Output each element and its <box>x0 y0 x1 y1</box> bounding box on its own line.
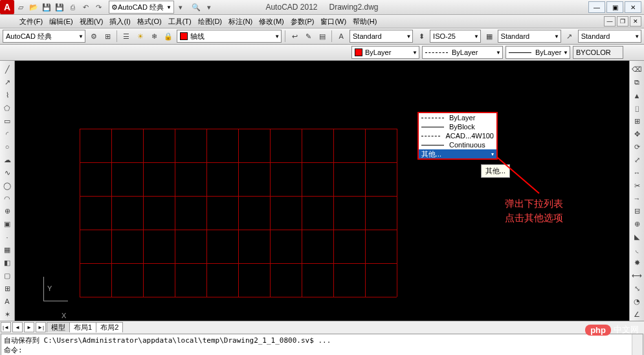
layer-match-icon[interactable]: ✎ <box>302 30 315 43</box>
layer-states-icon[interactable]: ☀ <box>134 30 147 43</box>
workspace-save-icon[interactable]: ⊞ <box>102 30 115 43</box>
erase-icon[interactable]: ⌫ <box>631 64 643 76</box>
minimize-button[interactable]: — <box>588 1 605 13</box>
menu-edit[interactable]: 编辑(E) <box>49 17 73 27</box>
lineweight-combo[interactable]: ByLayer▼ <box>505 46 570 59</box>
undo-icon[interactable]: ↶ <box>80 2 91 12</box>
command-scrollbar[interactable] <box>632 334 643 355</box>
open-icon[interactable]: 📂 <box>28 2 39 12</box>
move-icon[interactable]: ✥ <box>631 129 643 140</box>
trim-icon[interactable]: ✂ <box>631 180 643 191</box>
tab-nav-prev[interactable]: ◄ <box>12 322 23 332</box>
linetype-option-byblock[interactable]: ByBlock <box>419 122 496 131</box>
linetype-option-bylayer[interactable]: ByLayer <box>419 113 496 122</box>
print-icon[interactable]: ⎙ <box>67 2 78 12</box>
app-menu-button[interactable]: A <box>0 0 14 14</box>
workspace-quick-combo[interactable]: ⚙AutoCAD 经典▼ <box>109 1 174 14</box>
linetype-combo[interactable]: ByLayer▼ <box>422 46 503 59</box>
menu-draw[interactable]: 绘图(D) <box>198 17 222 27</box>
new-icon[interactable]: ▱ <box>16 2 26 12</box>
tab-layout1[interactable]: 布局1 <box>69 322 96 332</box>
color-combo[interactable]: ByLayer▼ <box>351 46 419 59</box>
menu-view[interactable]: 视图(V) <box>80 17 104 27</box>
join-icon[interactable]: ⊕ <box>631 219 643 230</box>
mleaderstyle-combo[interactable]: Standard▼ <box>578 30 641 43</box>
command-line[interactable]: 自动保存到 C:\Users\Administrator\appdata\loc… <box>1 334 643 355</box>
chamfer-icon[interactable]: ◣ <box>631 231 643 243</box>
gradient-icon[interactable]: ◧ <box>1 257 13 269</box>
block-icon[interactable]: ▣ <box>1 219 13 230</box>
tab-model[interactable]: 模型 <box>47 322 70 332</box>
dim-aligned-icon[interactable]: ⤡ <box>631 283 643 294</box>
menu-format[interactable]: 格式(O) <box>137 17 162 27</box>
region-icon[interactable]: ▢ <box>1 270 13 282</box>
menu-tools[interactable]: 工具(T) <box>168 17 192 27</box>
tablestyle-icon[interactable]: ▦ <box>483 30 496 43</box>
extend-icon[interactable]: → <box>631 193 643 204</box>
polygon-icon[interactable]: ⬠ <box>1 103 13 114</box>
menu-modify[interactable]: 修改(M) <box>259 17 284 27</box>
break-icon[interactable]: ⊟ <box>631 206 643 217</box>
qat-dropdown-icon[interactable]: ▾ <box>204 2 214 12</box>
saveas-icon[interactable]: 💾 <box>54 2 65 12</box>
layer-iso-icon[interactable]: ▤ <box>316 30 329 43</box>
fillet-icon[interactable]: ◟ <box>631 244 643 256</box>
insert-icon[interactable]: ⊕ <box>1 206 13 217</box>
workspace-settings-icon[interactable]: ⚙ <box>87 30 100 43</box>
linetype-option-acad[interactable]: ACAD...4W100 <box>419 131 496 140</box>
ellipse-icon[interactable]: ◯ <box>1 180 13 191</box>
circle-icon[interactable]: ○ <box>1 141 13 153</box>
revcloud-icon[interactable]: ☁ <box>1 154 13 166</box>
layer-combo[interactable]: 轴线▼ <box>177 30 282 43</box>
layer-freeze-icon[interactable]: ❄ <box>148 30 161 43</box>
menu-parametric[interactable]: 参数(P) <box>291 17 315 27</box>
hatch-icon[interactable]: ▦ <box>1 244 13 256</box>
maximize-button[interactable]: ▣ <box>606 1 623 13</box>
stretch-icon[interactable]: ↔ <box>631 167 643 178</box>
qat-more-icon[interactable]: ▾ <box>175 2 186 12</box>
linetype-option-other[interactable]: 其他...▾ <box>419 149 496 158</box>
textstyle-icon[interactable]: A <box>335 30 348 43</box>
redo-icon[interactable]: ↷ <box>93 2 104 12</box>
rectangle-icon[interactable]: ▭ <box>1 116 13 127</box>
menu-window[interactable]: 窗口(W) <box>320 17 346 27</box>
dim-angular-icon[interactable]: ∠ <box>631 308 643 320</box>
close-button[interactable]: ✕ <box>625 1 641 13</box>
mdi-minimize-button[interactable]: — <box>604 16 616 27</box>
ellipsearc-icon[interactable]: ◠ <box>1 193 13 204</box>
dim-linear-icon[interactable]: ⟷ <box>631 270 643 282</box>
mtext-icon[interactable]: A <box>1 296 13 307</box>
tab-nav-next[interactable]: ► <box>24 322 34 332</box>
polyline-icon[interactable]: ⌇ <box>1 90 13 102</box>
arc-icon[interactable]: ◜ <box>1 129 13 140</box>
mirror-icon[interactable]: ▲ <box>631 90 643 102</box>
layer-props-icon[interactable]: ☰ <box>120 30 133 43</box>
tab-nav-first[interactable]: |◄ <box>1 322 11 332</box>
menu-dimension[interactable]: 标注(N) <box>228 17 252 27</box>
mleaderstyle-icon[interactable]: ↗ <box>563 30 576 43</box>
mdi-close-button[interactable]: ✕ <box>630 16 641 27</box>
dimstyle-icon[interactable]: ⬍ <box>415 30 428 43</box>
menu-file[interactable]: 文件(F) <box>19 17 43 27</box>
tab-layout2[interactable]: 布局2 <box>96 322 123 332</box>
linetype-option-continuous[interactable]: Continuous <box>419 140 496 149</box>
dimstyle-combo[interactable]: ISO-25▼ <box>430 30 481 43</box>
dim-radius-icon[interactable]: ◔ <box>631 296 643 307</box>
textstyle-combo[interactable]: Standard▼ <box>350 30 413 43</box>
save-icon[interactable]: 💾 <box>41 2 52 12</box>
mdi-restore-button[interactable]: ❐ <box>617 16 628 27</box>
line-icon[interactable]: ╱ <box>1 64 13 76</box>
explode-icon[interactable]: ✸ <box>631 257 643 269</box>
workspace-combo[interactable]: AutoCAD 经典▼ <box>3 30 85 43</box>
drawing-canvas[interactable]: YX ByLayer ByBlock ACAD...4W100 Continuo… <box>15 61 629 321</box>
xline-icon[interactable]: ↗ <box>1 77 13 89</box>
table-icon[interactable]: ⊞ <box>1 283 13 294</box>
offset-icon[interactable]: ⌷ <box>631 103 643 114</box>
addselected-icon[interactable]: ✶ <box>1 308 13 320</box>
point-icon[interactable]: · <box>1 231 13 243</box>
scale-icon[interactable]: ⤢ <box>631 154 643 166</box>
copy-icon[interactable]: ⧉ <box>631 77 643 89</box>
tab-nav-last[interactable]: ►| <box>36 322 46 332</box>
layer-lock-icon[interactable]: 🔒 <box>162 30 175 43</box>
layer-previous-icon[interactable]: ↩ <box>288 30 301 43</box>
